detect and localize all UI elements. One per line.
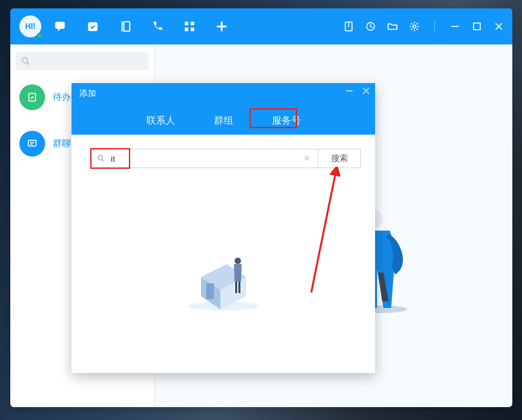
folder-icon[interactable] xyxy=(387,21,398,32)
window-minimize-icon[interactable] xyxy=(449,21,461,32)
settings-icon[interactable] xyxy=(409,21,420,32)
tab-contacts[interactable]: 联系人 xyxy=(140,112,182,129)
search-input[interactable] xyxy=(110,153,301,164)
svg-rect-11 xyxy=(474,23,481,30)
clear-icon[interactable]: ✕ xyxy=(301,154,313,163)
dialog-tabs: 联系人 群组 服务号 xyxy=(72,112,375,129)
window-close-icon[interactable] xyxy=(493,21,505,32)
add-icon[interactable] xyxy=(214,19,229,34)
dialog-close-icon[interactable] xyxy=(361,86,371,96)
svg-text:H!: H! xyxy=(57,23,63,28)
bookmark-icon[interactable] xyxy=(343,21,354,32)
chat-tab-icon[interactable]: H! xyxy=(53,19,68,34)
search-icon xyxy=(97,154,106,163)
dialog-header: 添加 联系人 群组 服务号 xyxy=(72,83,375,135)
svg-rect-21 xyxy=(235,282,237,293)
tab-service[interactable]: 服务号 xyxy=(266,112,307,129)
svg-rect-4 xyxy=(185,22,189,26)
apps-icon[interactable] xyxy=(182,19,197,34)
dialog-minimize-icon[interactable] xyxy=(344,86,354,96)
news-icon[interactable] xyxy=(117,19,133,34)
history-icon[interactable] xyxy=(365,21,376,32)
svg-point-20 xyxy=(235,258,241,264)
check-list-icon xyxy=(19,84,45,110)
tab-groups[interactable]: 群组 xyxy=(208,112,240,129)
avatar-label: HI! xyxy=(25,22,35,31)
dialog-search-box[interactable]: ✕ xyxy=(91,149,318,168)
window-maximize-icon[interactable] xyxy=(471,21,483,32)
search-button[interactable]: 搜索 xyxy=(318,149,361,168)
dialog-title: 添加 xyxy=(79,88,96,99)
chat-icon xyxy=(19,131,45,157)
svg-rect-2 xyxy=(88,23,98,32)
search-icon xyxy=(21,56,31,66)
add-dialog: 添加 联系人 群组 服务号 ✕ 搜索 xyxy=(72,83,375,373)
svg-point-12 xyxy=(23,58,28,63)
divider xyxy=(434,21,435,32)
phone-icon[interactable] xyxy=(150,19,165,34)
svg-rect-3 xyxy=(124,22,130,32)
svg-point-10 xyxy=(413,25,416,28)
svg-point-17 xyxy=(98,155,102,160)
sidebar-item-label: 群聊 xyxy=(53,138,71,149)
title-bar: HI! H! xyxy=(10,8,512,44)
svg-rect-22 xyxy=(238,282,240,293)
sidebar-search[interactable] xyxy=(15,52,149,70)
status-indicator xyxy=(37,33,43,39)
svg-rect-5 xyxy=(191,22,195,26)
svg-rect-7 xyxy=(191,28,195,32)
avatar[interactable]: HI! xyxy=(19,15,41,37)
dialog-empty-state xyxy=(72,168,375,373)
svg-rect-19 xyxy=(206,283,214,299)
calendar-icon[interactable] xyxy=(85,19,101,34)
sidebar-item-label: 待办 xyxy=(53,91,71,103)
dialog-search-row: ✕ 搜索 xyxy=(72,135,375,168)
svg-rect-6 xyxy=(185,28,189,32)
